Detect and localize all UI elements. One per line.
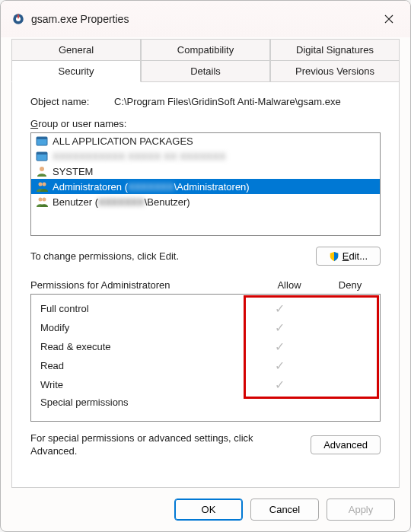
permission-row: Modify✓	[31, 318, 380, 337]
list-item[interactable]: SYSTEM	[31, 164, 380, 179]
advanced-row: For special permissions or advanced sett…	[30, 432, 381, 458]
svg-point-7	[39, 183, 43, 186]
permission-name: Write	[40, 379, 249, 390]
allow-check: ✓	[249, 320, 310, 335]
close-icon	[384, 14, 393, 24]
permission-name: Read	[40, 360, 249, 371]
permissions-for-label: Permissions for Administratoren	[30, 279, 259, 291]
permission-name: Read & execute	[40, 341, 249, 352]
permission-name: Modify	[40, 322, 249, 333]
ok-button[interactable]: OK	[174, 499, 243, 521]
edit-row: To change permissions, click Edit. Edit.…	[30, 247, 381, 266]
list-item[interactable]: ALL APPLICATION PACKAGES	[31, 133, 380, 148]
properties-dialog: gsam.exe Properties General Compatibilit…	[0, 0, 411, 532]
svg-point-8	[43, 183, 46, 186]
permissions-header: Permissions for Administratoren Allow De…	[30, 279, 381, 291]
list-item[interactable]: Benutzer (XXXXXXX\Benutzer)	[31, 194, 380, 209]
apply-button[interactable]: Apply	[327, 499, 395, 521]
permission-name: Special permissions	[40, 397, 249, 408]
tab-compatibility[interactable]: Compatibility	[141, 39, 270, 61]
edit-button[interactable]: Edit...	[316, 247, 381, 266]
tab-security[interactable]: Security	[11, 61, 141, 82]
allow-check: ✓	[249, 301, 310, 316]
allow-check: ✓	[249, 339, 310, 354]
object-name-row: Object name: C:\Program Files\GridinSoft…	[30, 96, 381, 107]
svg-point-10	[43, 198, 46, 202]
titlebar: gsam.exe Properties	[1, 1, 410, 37]
edit-hint-text: To change permissions, click Edit.	[30, 250, 316, 262]
deny-column-header: Deny	[320, 279, 381, 291]
svg-point-6	[40, 167, 44, 171]
tab-digital-signatures[interactable]: Digital Signatures	[270, 39, 400, 61]
close-button[interactable]	[378, 8, 400, 30]
tab-strip: General Compatibility Digital Signatures…	[1, 39, 410, 82]
group-names-label: Group or user names:	[30, 118, 381, 129]
shield-icon	[329, 251, 339, 262]
permission-row: Write✓	[31, 375, 380, 394]
tab-general[interactable]: General	[11, 39, 141, 61]
edit-button-label: Edit...	[342, 250, 368, 262]
permission-row: Special permissions	[31, 394, 380, 410]
svg-rect-5	[37, 152, 47, 155]
list-item[interactable]: Administratoren (XXXXXXX\Administratoren…	[31, 179, 380, 194]
permission-name: Full control	[40, 303, 249, 314]
cancel-button[interactable]: Cancel	[250, 499, 319, 521]
group-names-list[interactable]: ALL APPLICATION PACKAGESXXXXXXXXXXX XXXX…	[30, 132, 381, 236]
tab-details[interactable]: Details	[141, 61, 270, 82]
app-icon	[11, 12, 25, 26]
svg-rect-3	[37, 137, 47, 139]
permission-row: Read✓	[31, 356, 380, 375]
advanced-button[interactable]: Advanced	[311, 435, 381, 454]
allow-check: ✓	[249, 377, 310, 392]
advanced-hint-text: For special permissions or advanced sett…	[30, 432, 301, 458]
dialog-footer: OK Cancel Apply	[1, 488, 410, 531]
permission-row: Full control✓	[31, 299, 380, 318]
svg-point-9	[39, 198, 43, 202]
advanced-button-label: Advanced	[323, 439, 368, 451]
allow-column-header: Allow	[259, 279, 320, 291]
tab-previous-versions[interactable]: Previous Versions	[270, 61, 400, 82]
permissions-list: Full control✓Modify✓Read & execute✓Read✓…	[30, 294, 381, 422]
permission-row: Read & execute✓	[31, 337, 380, 356]
list-item[interactable]: XXXXXXXXXXX XXXXX XX XXXXXXX	[31, 148, 380, 164]
object-name-label: Object name:	[30, 96, 114, 107]
allow-check: ✓	[249, 358, 310, 373]
tab-content: Object name: C:\Program Files\GridinSoft…	[11, 82, 400, 488]
object-name-value: C:\Program Files\GridinSoft Anti-Malware…	[114, 96, 341, 107]
window-title: gsam.exe Properties	[31, 13, 378, 25]
